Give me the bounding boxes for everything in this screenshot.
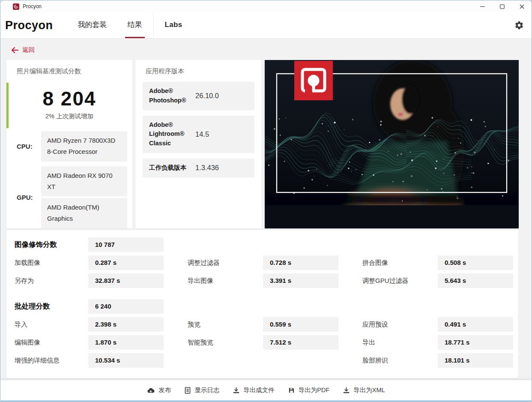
metric-label: 编辑图像 — [15, 339, 88, 347]
nav-tabs: 我的套装结果Labs — [68, 12, 193, 38]
metric-value: 0.491 s — [438, 317, 513, 332]
footer-button-label: 发布 — [158, 386, 171, 394]
metric-value: 0.287 s — [88, 255, 164, 270]
main-nav: Procyon 我的套装结果Labs — [0, 12, 532, 38]
version-value: 14.5 — [195, 130, 254, 138]
version-row: 工作负载版本1.3.436 — [143, 159, 254, 177]
metric-label: 另存为 — [15, 277, 88, 285]
content-area: 返回 照片编辑基准测试分数 8 204 2% 上次测试增加 CPU: AMD R… — [0, 38, 532, 380]
tab-divider — [153, 12, 154, 38]
group-score-value: 10 787 — [88, 237, 164, 252]
metric-value: 5.643 s — [438, 273, 513, 288]
footer-button-2[interactable]: 导出成文件 — [233, 386, 275, 394]
score-delta: 2% 上次测试增加 — [6, 112, 132, 120]
footer-button-label: 导出为XML — [353, 386, 385, 394]
footer-toolbar: 发布显示日志导出成文件导出为PDF导出为XML — [0, 380, 532, 400]
cpu-line-2: 8-Core Processor — [47, 146, 121, 157]
benchmark-hero-image — [265, 60, 519, 228]
score-accent-bar — [6, 83, 9, 128]
settings-button[interactable] — [514, 12, 532, 38]
metric-label: 调整过滤器 — [188, 259, 263, 267]
back-button[interactable]: 返回 — [0, 38, 39, 54]
batch-score-group: 批处理分数6 240导入2.398 s预览0.559 s应用预设0.491 s编… — [15, 299, 512, 368]
gpu-value-1: AMD Radeon RX 9070 XT — [41, 166, 127, 197]
versions-card: 应用程序版本 Adobe® Photoshop®26.10.0Adobe® Li… — [135, 60, 262, 228]
version-label: Adobe® Lightroom® Classic — [149, 120, 195, 148]
cpu-row: CPU: AMD Ryzen 7 7800X3D 8-Core Processo… — [17, 131, 132, 162]
group-score-label: 批处理分数 — [15, 302, 88, 311]
metric-value: 3.391 s — [263, 273, 338, 288]
back-label: 返回 — [22, 46, 35, 54]
metric-value: 2.398 s — [88, 317, 164, 332]
group-score-label: 图像修饰分数 — [15, 240, 88, 249]
tab-1[interactable]: 结果 — [125, 12, 145, 38]
brand-logo: Procyon — [5, 12, 53, 38]
download-icon — [233, 387, 239, 393]
footer-button-1[interactable]: 显示日志 — [185, 386, 219, 394]
metric-value: 0.559 s — [263, 317, 338, 332]
metric-label: 应用预设 — [362, 321, 438, 329]
metric-value: 1.870 s — [88, 335, 164, 350]
metric-label: 加载图像 — [15, 259, 88, 267]
metric-label: 导入 — [15, 321, 88, 329]
maximize-button[interactable] — [492, 0, 512, 12]
cpu-label: CPU: — [17, 131, 41, 162]
gpu-row: GPU: AMD Radeon RX 9070 XT AMD Radeon(TM… — [17, 166, 132, 228]
procyon-app-icon — [13, 3, 19, 10]
score-card: 照片编辑基准测试分数 8 204 2% 上次测试增加 CPU: AMD Ryze… — [6, 60, 132, 228]
footer-button-label: 导出为PDF — [299, 386, 330, 394]
version-label: 工作负载版本 — [149, 163, 195, 173]
footer-button-0[interactable]: 发布 — [147, 386, 171, 394]
cloud-upload-icon — [147, 387, 155, 393]
metric-value: 0.728 s — [263, 255, 338, 270]
gear-icon — [514, 21, 524, 30]
versions-rows: Adobe® Photoshop®26.10.0Adobe® Lightroom… — [143, 82, 254, 177]
group-score-value: 6 240 — [88, 299, 164, 314]
back-arrow-icon — [11, 47, 18, 53]
tab-0[interactable]: 我的套装 — [75, 12, 110, 38]
window-edge-accent — [0, 400, 532, 402]
benchmark-score: 8 204 — [6, 87, 132, 110]
save-icon — [288, 387, 295, 393]
version-label: Adobe® Photoshop® — [149, 87, 195, 105]
procyon-logo — [294, 61, 333, 100]
metric-value: 7.512 s — [263, 335, 338, 350]
window-title: Procyon — [23, 3, 42, 9]
metric-label: 脸部辨识 — [362, 357, 438, 365]
metric-value: 0.508 s — [438, 255, 513, 270]
metric-label: 调整GPU过滤器 — [362, 277, 438, 285]
download-icon — [343, 387, 350, 393]
detail-scores-card: 图像修饰分数10 787加载图像0.287 s调整过滤器0.728 s拼合图像0… — [6, 230, 518, 378]
gpu-label: GPU: — [17, 166, 41, 228]
version-row: Adobe® Photoshop®26.10.0 — [143, 82, 254, 110]
version-value: 1.3.436 — [195, 164, 254, 172]
metric-value: 18.771 s — [438, 335, 513, 350]
metric-value: 10.534 s — [88, 353, 164, 368]
cpu-line-1: AMD Ryzen 7 7800X3D — [47, 135, 121, 146]
metric-value: 32.837 s — [88, 273, 164, 288]
document-icon — [185, 387, 191, 394]
app-window: Procyon Procyon 我的套装结果Labs — [0, 0, 532, 402]
metric-label: 增强的详细信息 — [15, 357, 88, 365]
score-card-title: 照片编辑基准测试分数 — [17, 67, 132, 75]
version-row: Adobe® Lightroom® Classic14.5 — [143, 116, 254, 153]
metric-value: 18.101 s — [438, 353, 513, 368]
metric-label: 导出图像 — [188, 277, 263, 285]
title-bar: Procyon — [0, 0, 532, 12]
footer-button-label: 导出成文件 — [243, 386, 275, 394]
metric-label: 智能预览 — [188, 339, 263, 347]
cpu-value: AMD Ryzen 7 7800X3D 8-Core Processor — [41, 131, 127, 162]
summary-section: 照片编辑基准测试分数 8 204 2% 上次测试增加 CPU: AMD Ryze… — [6, 60, 532, 205]
footer-button-3[interactable]: 导出为PDF — [288, 386, 330, 394]
versions-card-title: 应用程序版本 — [146, 67, 262, 75]
minimize-button[interactable] — [472, 0, 492, 12]
metric-label: 预览 — [188, 321, 263, 329]
footer-button-4[interactable]: 导出为XML — [343, 386, 385, 394]
retouch-score-group: 图像修饰分数10 787加载图像0.287 s调整过滤器0.728 s拼合图像0… — [15, 237, 512, 288]
gpu-value-2: AMD Radeon(TM) Graphics — [41, 198, 127, 228]
version-value: 26.10.0 — [195, 92, 254, 100]
footer-button-label: 显示日志 — [194, 386, 219, 394]
close-button[interactable] — [512, 0, 532, 12]
metric-label: 导出 — [362, 339, 438, 347]
tab-2[interactable]: Labs — [162, 12, 185, 38]
